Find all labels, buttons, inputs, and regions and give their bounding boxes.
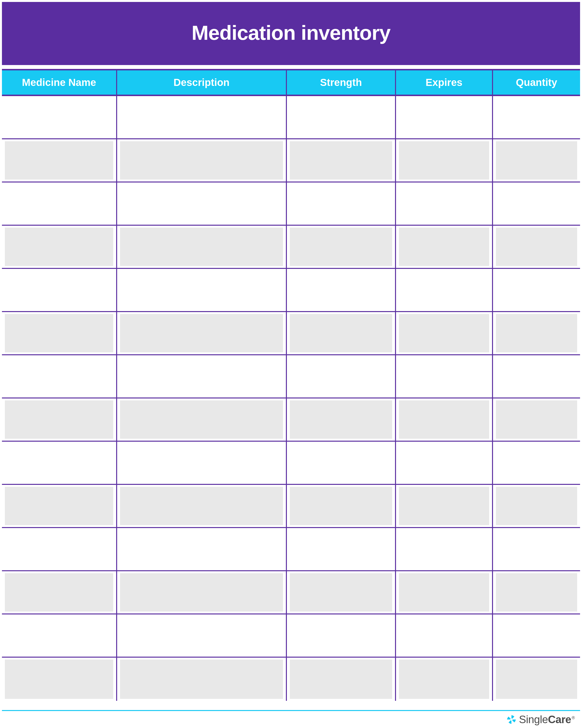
- cell-quantity[interactable]: [493, 355, 580, 397]
- cell-description[interactable]: [117, 312, 287, 354]
- table-header-row: Medicine Name Description Strength Expir…: [2, 69, 580, 96]
- cell-description[interactable]: [117, 96, 287, 138]
- singlecare-logo-icon: [506, 714, 517, 725]
- cell-medicine-name[interactable]: [2, 658, 117, 701]
- cell-strength[interactable]: [287, 96, 396, 138]
- cell-quantity[interactable]: [493, 485, 580, 527]
- cell-strength[interactable]: [287, 182, 396, 225]
- cell-medicine-name[interactable]: [2, 571, 117, 614]
- cell-medicine-name[interactable]: [2, 615, 117, 657]
- brand-name: SingleCare®: [519, 713, 575, 726]
- cell-description[interactable]: [117, 528, 287, 570]
- cell-strength[interactable]: [287, 355, 396, 397]
- brand-registered-mark: ®: [572, 716, 575, 720]
- inventory-table: Medicine Name Description Strength Expir…: [2, 69, 580, 711]
- cell-medicine-name[interactable]: [2, 269, 117, 311]
- cell-strength[interactable]: [287, 615, 396, 657]
- table-row: [2, 96, 580, 139]
- cell-quantity[interactable]: [493, 528, 580, 570]
- table-row: [2, 398, 580, 442]
- cell-quantity[interactable]: [493, 96, 580, 138]
- cell-quantity[interactable]: [493, 182, 580, 225]
- brand-name-bold: Care: [548, 713, 571, 725]
- cell-medicine-name[interactable]: [2, 398, 117, 441]
- brand-name-light: Single: [519, 713, 548, 725]
- table-row: [2, 355, 580, 398]
- cell-strength[interactable]: [287, 269, 396, 311]
- cell-expires[interactable]: [396, 485, 493, 527]
- table-row: [2, 442, 580, 485]
- table-row: [2, 658, 580, 701]
- table-row: [2, 571, 580, 615]
- page-title: Medication inventory: [192, 21, 390, 45]
- cell-quantity[interactable]: [493, 615, 580, 657]
- cell-expires[interactable]: [396, 269, 493, 311]
- cell-quantity[interactable]: [493, 139, 580, 182]
- table-row: [2, 528, 580, 571]
- cell-expires[interactable]: [396, 398, 493, 441]
- table-row: [2, 312, 580, 355]
- cell-description[interactable]: [117, 226, 287, 268]
- cell-expires[interactable]: [396, 355, 493, 397]
- col-header-expires: Expires: [396, 70, 493, 95]
- cell-medicine-name[interactable]: [2, 485, 117, 527]
- table-row: [2, 182, 580, 226]
- table-row: [2, 615, 580, 658]
- cell-medicine-name[interactable]: [2, 139, 117, 182]
- cell-medicine-name[interactable]: [2, 96, 117, 138]
- cell-strength[interactable]: [287, 658, 396, 701]
- cell-expires[interactable]: [396, 226, 493, 268]
- cell-strength[interactable]: [287, 226, 396, 268]
- cell-quantity[interactable]: [493, 658, 580, 701]
- cell-strength[interactable]: [287, 312, 396, 354]
- col-header-strength: Strength: [287, 70, 396, 95]
- table-row: [2, 226, 580, 269]
- cell-description[interactable]: [117, 182, 287, 225]
- cell-expires[interactable]: [396, 528, 493, 570]
- cell-expires[interactable]: [396, 182, 493, 225]
- cell-strength[interactable]: [287, 442, 396, 484]
- cell-quantity[interactable]: [493, 312, 580, 354]
- cell-medicine-name[interactable]: [2, 226, 117, 268]
- cell-quantity[interactable]: [493, 571, 580, 614]
- cell-medicine-name[interactable]: [2, 355, 117, 397]
- cell-quantity[interactable]: [493, 398, 580, 441]
- table-row: [2, 139, 580, 182]
- cell-expires[interactable]: [396, 571, 493, 614]
- cell-description[interactable]: [117, 398, 287, 441]
- cell-expires[interactable]: [396, 139, 493, 182]
- col-header-quantity: Quantity: [493, 70, 580, 95]
- cell-quantity[interactable]: [493, 226, 580, 268]
- medication-inventory-page: Medication inventory Medicine Name Descr…: [0, 0, 582, 728]
- cell-description[interactable]: [117, 355, 287, 397]
- footer: SingleCare®: [0, 711, 582, 728]
- cell-description[interactable]: [117, 571, 287, 614]
- col-header-description: Description: [117, 70, 287, 95]
- cell-description[interactable]: [117, 615, 287, 657]
- cell-strength[interactable]: [287, 398, 396, 441]
- cell-medicine-name[interactable]: [2, 182, 117, 225]
- cell-description[interactable]: [117, 485, 287, 527]
- cell-medicine-name[interactable]: [2, 442, 117, 484]
- cell-medicine-name[interactable]: [2, 528, 117, 570]
- col-header-medicine-name: Medicine Name: [2, 70, 117, 95]
- cell-quantity[interactable]: [493, 442, 580, 484]
- cell-expires[interactable]: [396, 615, 493, 657]
- table-row: [2, 269, 580, 312]
- cell-description[interactable]: [117, 658, 287, 701]
- cell-expires[interactable]: [396, 442, 493, 484]
- header-gap: [0, 65, 582, 69]
- cell-expires[interactable]: [396, 312, 493, 354]
- cell-strength[interactable]: [287, 139, 396, 182]
- page-header: Medication inventory: [2, 2, 580, 65]
- cell-strength[interactable]: [287, 485, 396, 527]
- cell-description[interactable]: [117, 442, 287, 484]
- cell-quantity[interactable]: [493, 269, 580, 311]
- cell-strength[interactable]: [287, 571, 396, 614]
- cell-medicine-name[interactable]: [2, 312, 117, 354]
- cell-strength[interactable]: [287, 528, 396, 570]
- cell-description[interactable]: [117, 139, 287, 182]
- cell-expires[interactable]: [396, 96, 493, 138]
- cell-expires[interactable]: [396, 658, 493, 701]
- cell-description[interactable]: [117, 269, 287, 311]
